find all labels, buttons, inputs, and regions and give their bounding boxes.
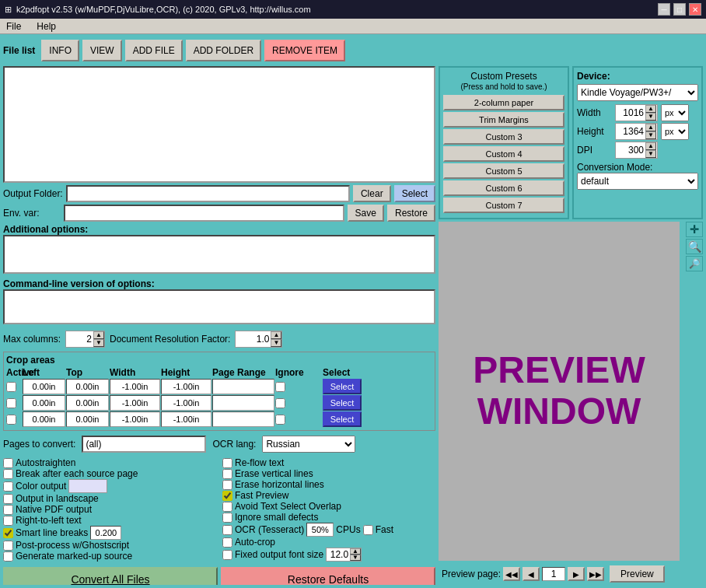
ocr-cb[interactable] [222, 525, 232, 535]
dpi-up[interactable]: ▲ [645, 142, 656, 150]
font-size-down[interactable]: ▼ [350, 555, 361, 561]
info-button[interactable]: INFO [41, 40, 79, 61]
fast-preview-cb[interactable] [222, 491, 232, 501]
font-size-input[interactable] [327, 548, 350, 561]
command-line-input[interactable] [3, 289, 435, 324]
conversion-mode-select[interactable]: default [577, 173, 698, 190]
zoom-in-button[interactable]: 🔍 [686, 239, 703, 254]
prev-page-button[interactable]: ◀ [523, 567, 540, 581]
height-spinbox[interactable]: ▲ ▼ [615, 123, 658, 140]
crop-row2-active[interactable] [6, 398, 16, 408]
erase-horizontal-cb[interactable] [222, 480, 232, 490]
crop-row2-top[interactable] [66, 395, 109, 411]
break-after-cb[interactable] [3, 469, 13, 479]
smart-line-input[interactable] [90, 526, 121, 540]
landscape-cb[interactable] [3, 494, 13, 504]
preset-trim-margins[interactable]: Trim Margins [443, 112, 564, 128]
remove-item-button[interactable]: REMOVE ITEM [264, 40, 345, 61]
crop-row1-select[interactable]: Select [323, 379, 362, 394]
preset-custom5[interactable]: Custom 5 [443, 163, 564, 179]
rtl-cb[interactable] [3, 516, 13, 526]
restore-defaults-button[interactable]: Restore Defaults [221, 567, 435, 585]
restore-env-button[interactable]: Restore [387, 205, 435, 222]
width-up[interactable]: ▲ [645, 105, 656, 113]
dpi-spinbox[interactable]: ▲ ▼ [615, 142, 658, 159]
ghostscript-cb[interactable] [3, 541, 13, 551]
env-var-input[interactable] [64, 205, 344, 222]
crop-row3-select[interactable]: Select [323, 411, 362, 427]
generate-marked-cb[interactable] [3, 551, 13, 562]
crop-row2-select[interactable]: Select [323, 395, 362, 411]
crop-row1-top[interactable] [66, 379, 109, 394]
max-columns-spinbox[interactable]: ▲ ▼ [65, 331, 105, 348]
convert-all-button[interactable]: Convert All Files [3, 567, 218, 585]
ocr-pct-input[interactable] [306, 523, 334, 537]
font-size-spinbox[interactable]: ▲ ▼ [326, 548, 362, 562]
crop-row3-top[interactable] [66, 411, 109, 427]
add-folder-button[interactable]: ADD FOLDER [186, 40, 261, 61]
clear-button[interactable]: Clear [353, 185, 391, 202]
select-button[interactable]: Select [394, 185, 435, 202]
autostraighten-cb[interactable] [3, 458, 13, 468]
minimize-button[interactable]: ─ [658, 3, 670, 16]
doc-res-spinbox[interactable]: ▲ ▼ [235, 331, 282, 348]
view-button[interactable]: VIEW [82, 40, 122, 61]
crop-row3-ignore[interactable] [275, 415, 285, 425]
save-button[interactable]: Save [348, 205, 384, 222]
height-input[interactable] [616, 125, 645, 138]
crop-row1-height[interactable] [161, 379, 211, 394]
width-unit[interactable]: px [661, 104, 689, 121]
width-input[interactable] [616, 107, 645, 119]
ignore-small-cb[interactable] [222, 513, 232, 523]
crop-row3-pagerange[interactable] [212, 411, 274, 427]
fixed-font-cb[interactable] [222, 550, 232, 560]
dpi-down[interactable]: ▼ [645, 150, 656, 158]
reflow-cb[interactable] [222, 458, 232, 468]
first-page-button[interactable]: ◀◀ [503, 567, 520, 581]
pages-input[interactable] [82, 436, 206, 453]
autocrop-cb[interactable] [222, 537, 232, 548]
crop-row2-pagerange[interactable] [212, 395, 274, 411]
maximize-button[interactable]: □ [673, 3, 686, 16]
width-down[interactable]: ▼ [645, 113, 656, 121]
add-file-button[interactable]: ADD FILE [125, 40, 183, 61]
doc-res-input[interactable] [236, 331, 271, 347]
crop-row1-width[interactable] [110, 379, 160, 394]
height-down[interactable]: ▼ [645, 131, 656, 139]
dpi-input[interactable] [616, 144, 645, 156]
max-columns-up[interactable]: ▲ [93, 331, 104, 339]
device-select[interactable]: Kindle Voyage/PW3+/ [577, 84, 698, 101]
output-folder-input[interactable] [66, 185, 350, 202]
width-spinbox[interactable]: ▲ ▼ [615, 104, 658, 121]
crop-row3-left[interactable] [23, 411, 65, 427]
pan-icon[interactable]: ✛ [686, 222, 703, 237]
native-pdf-cb[interactable] [3, 505, 13, 515]
menu-file[interactable]: File [3, 20, 24, 33]
crop-row3-height[interactable] [161, 411, 211, 427]
crop-row1-pagerange[interactable] [212, 379, 274, 394]
crop-row2-width[interactable] [110, 395, 160, 411]
smart-line-cb[interactable] [3, 528, 13, 538]
preset-2col-paper[interactable]: 2-column paper [443, 95, 564, 110]
preset-custom3[interactable]: Custom 3 [443, 129, 564, 145]
doc-res-up[interactable]: ▲ [271, 331, 281, 339]
max-columns-down[interactable]: ▼ [93, 339, 104, 347]
crop-row2-ignore[interactable] [275, 398, 285, 408]
height-up[interactable]: ▲ [645, 124, 656, 131]
crop-row1-left[interactable] [23, 379, 65, 394]
preset-custom7[interactable]: Custom 7 [443, 198, 564, 213]
crop-row2-height[interactable] [161, 395, 211, 411]
close-button[interactable]: ✕ [689, 3, 701, 16]
erase-vertical-cb[interactable] [222, 469, 232, 479]
max-columns-input[interactable] [66, 331, 93, 347]
crop-row2-left[interactable] [23, 395, 65, 411]
page-number-input[interactable] [542, 567, 565, 581]
zoom-out-button[interactable]: 🔎 [686, 256, 703, 271]
crop-row3-width[interactable] [110, 411, 160, 427]
preset-custom4[interactable]: Custom 4 [443, 146, 564, 162]
additional-options-input[interactable] [3, 235, 435, 274]
menu-help[interactable]: Help [33, 20, 59, 33]
preset-custom6[interactable]: Custom 6 [443, 180, 564, 196]
height-unit[interactable]: px [661, 123, 689, 140]
last-page-button[interactable]: ▶▶ [587, 567, 604, 581]
